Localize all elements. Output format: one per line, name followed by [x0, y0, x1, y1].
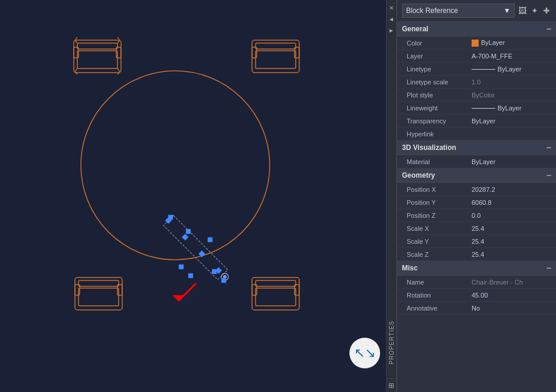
misc-section-header[interactable]: Misc − — [397, 261, 556, 276]
prop-position-z: Position Z 0.0 — [397, 209, 556, 222]
lineweight-line-icon — [472, 108, 495, 109]
general-collapse-icon: − — [547, 24, 551, 34]
prop-layer: Layer A-700-M_FFE — [397, 50, 556, 63]
svg-rect-0 — [34, 0, 352, 392]
svg-rect-33 — [188, 273, 193, 278]
properties-panel: Block Reference ▼ 🖼 ✦ ✚ General − Color … — [397, 0, 556, 392]
block-ref-dropdown[interactable]: Block Reference ▼ — [402, 4, 515, 18]
linetype-value[interactable]: ByLayer — [472, 66, 551, 73]
plot-style-value[interactable]: ByColor — [472, 92, 551, 99]
name-label: Name — [407, 279, 472, 286]
visualization-collapse-icon: − — [547, 143, 551, 152]
prop-position-y: Position Y 6060.8 — [397, 196, 556, 209]
bottom-icon-area: ⊞ — [386, 378, 397, 392]
position-z-label: Position Z — [407, 212, 472, 219]
rotation-value[interactable]: 45.00 — [472, 292, 551, 299]
plot-style-label: Plot style — [407, 92, 472, 99]
lineweight-label: Lineweight — [407, 104, 472, 112]
prop-annotative: Annotative No — [397, 302, 556, 315]
linetype-scale-label: Linetype scale — [407, 79, 472, 86]
visualization-label: 3D Visualization — [402, 143, 456, 152]
prop-scale-x: Scale X 25.4 — [397, 222, 556, 235]
prop-color: Color ByLayer — [397, 37, 556, 50]
prop-lineweight: Lineweight ByLayer — [397, 102, 556, 115]
properties-header: Block Reference ▼ 🖼 ✦ ✚ — [397, 0, 556, 22]
misc-collapse-icon: − — [547, 263, 551, 273]
resize-handle[interactable]: ↖↘ — [349, 338, 380, 368]
prop-scale-z: Scale Z 25.4 — [397, 248, 556, 261]
prop-material: Material ByLayer — [397, 155, 556, 168]
prop-linetype: Linetype ByLayer — [397, 63, 556, 76]
misc-label: Misc — [402, 264, 418, 272]
svg-rect-23 — [186, 229, 191, 234]
geometry-collapse-icon: − — [547, 171, 551, 180]
scale-y-label: Scale Y — [407, 238, 472, 245]
position-z-value[interactable]: 0.0 — [472, 212, 551, 219]
svg-rect-34 — [212, 269, 217, 274]
layer-value[interactable]: A-700-M_FFE — [472, 53, 551, 60]
close-icon[interactable]: ✕ — [388, 4, 395, 12]
linetype-label: Linetype — [407, 66, 472, 73]
add-icon[interactable]: ✚ — [542, 5, 551, 17]
linetype-line-icon — [472, 69, 495, 70]
position-y-value[interactable]: 6060.8 — [472, 199, 551, 206]
main-container: ↖↘ ✕ ◄ ► PROPERTIES ⊞ Block Reference ▼ … — [0, 0, 556, 392]
color-label: Color — [407, 40, 472, 47]
expand-icon[interactable]: ► — [387, 26, 395, 35]
rotation-label: Rotation — [407, 292, 472, 299]
layer-label: Layer — [407, 53, 472, 60]
lineweight-value[interactable]: ByLayer — [472, 104, 551, 112]
color-value[interactable]: ByLayer — [472, 39, 551, 47]
transparency-value[interactable]: ByLayer — [472, 117, 551, 125]
resize-arrows-icon: ↖↘ — [354, 345, 375, 361]
hyperlink-label: Hyperlink — [407, 130, 472, 138]
prop-rotation: Rotation 45.00 — [397, 289, 556, 302]
scale-y-value[interactable]: 25.4 — [472, 238, 551, 245]
collapse-icon[interactable]: ◄ — [387, 15, 395, 24]
prop-transparency: Transparency ByLayer — [397, 115, 556, 128]
annotative-label: Annotative — [407, 305, 472, 312]
position-x-value[interactable]: 20287.2 — [472, 186, 551, 193]
general-label: General — [402, 25, 429, 33]
name-value[interactable]: Chair-Breuer - Ch — [472, 279, 551, 286]
image-icon[interactable]: 🖼 — [517, 5, 528, 17]
grid-icon[interactable]: ⊞ — [388, 381, 394, 390]
material-value[interactable]: ByLayer — [472, 158, 551, 165]
material-label: Material — [407, 158, 472, 165]
cad-viewport[interactable]: ↖↘ — [0, 0, 386, 392]
sidebar-strip: ✕ ◄ ► PROPERTIES ⊞ — [386, 0, 397, 392]
scale-x-label: Scale X — [407, 225, 472, 232]
properties-label: PROPERTIES — [388, 321, 395, 364]
plus-icon[interactable]: ✦ — [530, 5, 539, 17]
transparency-label: Transparency — [407, 117, 472, 125]
svg-rect-32 — [179, 264, 184, 269]
position-x-label: Position X — [407, 186, 472, 193]
block-ref-label: Block Reference — [406, 6, 458, 15]
cad-drawing — [0, 0, 386, 392]
position-y-label: Position Y — [407, 199, 472, 206]
scale-z-label: Scale Z — [407, 251, 472, 258]
svg-rect-24 — [208, 237, 212, 242]
prop-hyperlink: Hyperlink — [397, 128, 556, 141]
dropdown-arrow: ▼ — [503, 6, 511, 15]
color-swatch — [472, 40, 479, 47]
prop-linetype-scale: Linetype scale 1.0 — [397, 76, 556, 89]
svg-rect-35 — [221, 278, 226, 283]
geometry-label: Geometry — [402, 171, 435, 179]
prop-name: Name Chair-Breuer - Ch — [397, 276, 556, 289]
annotative-value[interactable]: No — [472, 305, 551, 312]
linetype-scale-value[interactable]: 1.0 — [472, 79, 551, 86]
visualization-section-header[interactable]: 3D Visualization − — [397, 141, 556, 155]
scale-z-value[interactable]: 25.4 — [472, 251, 551, 258]
scale-x-value[interactable]: 25.4 — [472, 225, 551, 232]
general-section-header[interactable]: General − — [397, 22, 556, 37]
geometry-section-header[interactable]: Geometry − — [397, 168, 556, 183]
prop-position-x: Position X 20287.2 — [397, 183, 556, 196]
header-icons: 🖼 ✦ ✚ — [517, 5, 551, 17]
prop-plot-style: Plot style ByColor — [397, 89, 556, 102]
prop-scale-y: Scale Y 25.4 — [397, 235, 556, 248]
